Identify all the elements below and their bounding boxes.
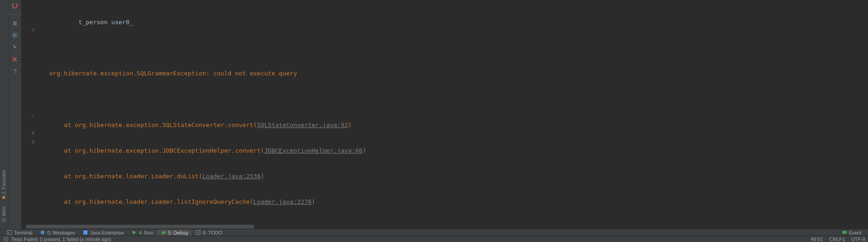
test-status-text: Tests Failed: 0 passed, 1 failed (a minu… — [11, 236, 111, 242]
console-toolbar: ? — [8, 0, 21, 229]
tool-tab-run[interactable]: 4: Run — [128, 229, 157, 235]
sidebar-tab-web[interactable]: Web — [1, 207, 7, 222]
tool-tab-label: Terminal — [14, 230, 33, 235]
line-separator[interactable]: CRLF‡ — [829, 236, 845, 242]
terminal-icon — [7, 230, 12, 235]
globe-icon — [2, 218, 6, 222]
tool-tab-label: 0: Messages — [47, 230, 75, 235]
messages-icon — [40, 230, 46, 235]
tool-tab-label: 5: Debug — [168, 230, 188, 235]
editor-gutter: ⊖ ⌂ ⊞ ⊞ — [31, 0, 37, 229]
console-output[interactable]: ⊖ ⌂ ⊞ ⊞ t_person user0_ org.hibernate.ex… — [21, 0, 868, 229]
source-link[interactable]: Loader.java:2536 — [202, 173, 261, 180]
help-icon[interactable]: ? — [11, 67, 19, 75]
svg-rect-8 — [3, 236, 8, 242]
debug-icon — [161, 230, 166, 235]
settings-icon[interactable] — [11, 31, 19, 39]
java-ee-icon — [82, 230, 88, 235]
close-icon[interactable] — [11, 55, 19, 63]
up-stack-icon[interactable] — [11, 19, 19, 27]
status-bar: Tests Failed: 0 passed, 1 failed (a minu… — [0, 235, 868, 242]
svg-text:?: ? — [13, 68, 17, 74]
svg-rect-5 — [83, 230, 87, 235]
source-link[interactable]: SQLStateConverter.java:92 — [257, 121, 348, 128]
svg-point-4 — [41, 231, 45, 235]
bottom-tool-bar: Terminal 0: Messages Java Enterprise 4: … — [0, 229, 868, 235]
svg-point-6 — [162, 231, 165, 234]
tool-tab-messages[interactable]: 0: Messages — [36, 229, 79, 235]
tool-tab-label: Event — [849, 230, 861, 235]
event-log-icon — [841, 230, 847, 235]
file-encoding[interactable]: UTF-8 — [851, 236, 865, 242]
todo-icon — [195, 230, 201, 235]
stack-trace-text: t_person user0_ org.hibernate.exception.… — [49, 1, 868, 229]
left-vertical-tab-bar: 2: Favorites Web — [0, 0, 8, 229]
horizontal-scrollbar[interactable] — [21, 224, 444, 229]
scrollbar-thumb[interactable] — [26, 225, 254, 229]
cursor-position[interactable]: 49:61 — [811, 236, 823, 242]
svg-point-1 — [14, 34, 16, 36]
home-mark-icon[interactable]: ⌂ — [31, 114, 35, 118]
svg-point-0 — [13, 3, 17, 8]
sidebar-tab-label: 2: Favorites — [1, 170, 7, 194]
sidebar-tab-favorites[interactable]: 2: Favorites — [1, 170, 7, 199]
sidebar-tab-label: Web — [1, 207, 7, 216]
exception-line: org.hibernate.exception.SQLGrammarExcept… — [49, 70, 297, 77]
rerun-icon[interactable] — [11, 2, 19, 9]
tests-status-icon — [3, 236, 8, 242]
fold-mark-icon[interactable]: ⊖ — [31, 28, 35, 33]
star-icon — [3, 196, 6, 199]
tool-tab-terminal[interactable]: Terminal — [3, 229, 36, 235]
tool-tab-event-log[interactable]: Event — [838, 229, 865, 235]
svg-rect-3 — [7, 230, 12, 235]
pin-icon[interactable] — [11, 43, 19, 51]
tool-tab-todo[interactable]: 6: TODO — [192, 229, 226, 235]
divider — [8, 14, 21, 14]
trace-text: t_person user0_ — [49, 19, 133, 26]
source-link[interactable]: JDBCExceptionHelper.java:66 — [264, 147, 363, 154]
tool-tab-debug[interactable]: 5: Debug — [157, 229, 192, 235]
expand-mark-icon[interactable]: ⊞ — [31, 140, 35, 144]
tool-tab-java-ee[interactable]: Java Enterprise — [79, 229, 128, 235]
tool-tab-label: Java Enterprise — [90, 230, 124, 235]
tool-tab-label: 6: TODO — [203, 230, 222, 235]
expand-mark-icon[interactable]: ⊞ — [31, 131, 35, 135]
run-icon — [131, 230, 137, 235]
source-link[interactable]: Loader.java:2276 — [253, 198, 311, 205]
tool-tab-label: 4: Run — [139, 230, 153, 235]
